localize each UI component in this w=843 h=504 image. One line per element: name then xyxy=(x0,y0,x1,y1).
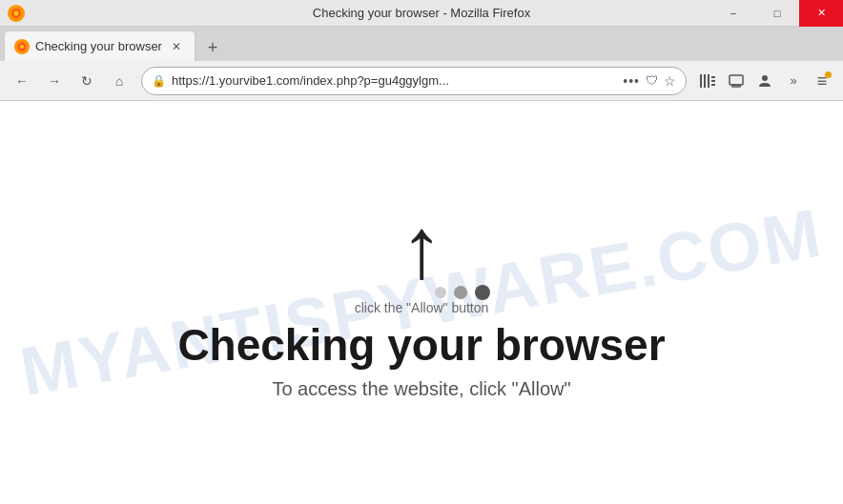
firefox-logo-icon xyxy=(8,5,25,22)
tab-close-button[interactable]: ✕ xyxy=(168,38,185,55)
window-controls: − □ ✕ xyxy=(711,0,843,26)
sub-text: To access the website, click "Allow" xyxy=(272,378,570,400)
more-tools-button[interactable]: » xyxy=(780,68,807,94)
more-tools-icon: » xyxy=(790,73,796,88)
new-tab-button[interactable]: + xyxy=(197,34,228,61)
nav-bar: ← → ↻ ⌂ 🔒 https://1.yourvibe1.com/index.… xyxy=(0,61,843,101)
main-content-area: ↑ click the "Allow" button Checking your… xyxy=(177,205,665,400)
dot-3 xyxy=(475,285,490,300)
main-heading: Checking your browser xyxy=(177,319,665,371)
address-text: https://1.yourvibe1.com/index.php?p=gu4g… xyxy=(172,73,617,88)
synced-tabs-button[interactable] xyxy=(723,68,750,94)
notification-badge xyxy=(825,71,832,78)
window-title: Checking your browser - Mozilla Firefox xyxy=(313,6,530,20)
account-icon xyxy=(757,73,772,89)
back-button[interactable]: ← xyxy=(8,67,36,95)
svg-rect-7 xyxy=(704,74,706,88)
active-tab[interactable]: Checking your browser ✕ xyxy=(4,30,195,61)
arrow-up-icon: ↑ xyxy=(400,205,442,291)
minimize-button[interactable]: − xyxy=(711,0,755,27)
svg-rect-12 xyxy=(730,75,743,85)
account-button[interactable] xyxy=(751,68,778,94)
tab-label: Checking your browser xyxy=(35,39,162,53)
svg-rect-9 xyxy=(711,76,715,78)
svg-rect-11 xyxy=(711,84,715,86)
synced-tabs-icon xyxy=(729,74,744,88)
home-button[interactable]: ⌂ xyxy=(105,67,134,95)
dot-1 xyxy=(435,287,446,298)
loading-dots xyxy=(435,285,490,300)
svg-point-5 xyxy=(20,45,24,49)
library-button[interactable] xyxy=(694,68,721,94)
svg-rect-10 xyxy=(711,80,715,82)
click-allow-subtitle: click the "Allow" button xyxy=(355,300,489,315)
dot-2 xyxy=(454,286,467,299)
tab-favicon-icon xyxy=(14,39,30,54)
forward-button[interactable]: → xyxy=(40,67,69,95)
window-titlebar: Checking your browser - Mozilla Firefox … xyxy=(0,0,843,27)
close-button[interactable]: ✕ xyxy=(799,0,843,27)
svg-point-2 xyxy=(14,10,19,15)
menu-button[interactable]: ≡ xyxy=(809,68,835,94)
maximize-button[interactable]: □ xyxy=(755,0,799,27)
library-icon xyxy=(700,74,715,88)
page-content: MYANTISPYWARE.COM ↑ click the "Allow" bu… xyxy=(0,101,843,504)
reload-button[interactable]: ↻ xyxy=(72,67,101,95)
tab-bar: Checking your browser ✕ + xyxy=(0,27,843,61)
nav-right-icons: » ≡ xyxy=(694,68,835,94)
bookmark-icon[interactable]: ☆ xyxy=(664,73,676,89)
svg-rect-8 xyxy=(708,74,709,88)
lock-icon: 🔒 xyxy=(152,74,166,88)
svg-point-14 xyxy=(762,75,768,81)
address-overflow-icon[interactable]: ••• xyxy=(623,73,640,89)
svg-rect-13 xyxy=(732,85,740,87)
arrow-container: ↑ xyxy=(400,205,442,291)
shield-icon: 🛡 xyxy=(646,73,658,88)
address-bar[interactable]: 🔒 https://1.yourvibe1.com/index.php?p=gu… xyxy=(141,67,687,95)
svg-rect-6 xyxy=(700,74,702,88)
